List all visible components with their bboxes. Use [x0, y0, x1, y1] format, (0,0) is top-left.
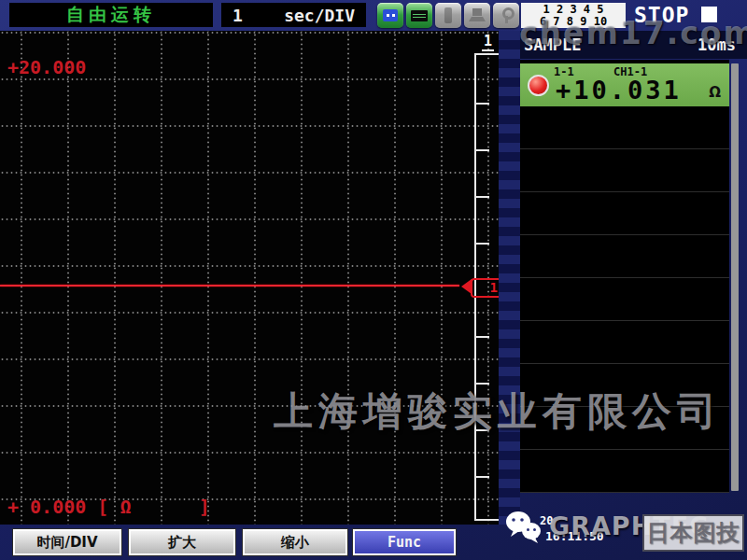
scale-tick [474, 336, 489, 338]
scale-bracket-top-cap [474, 53, 501, 55]
waveform-plot: +20.000 + 0.000 [ Ω ] 1 1 [0, 31, 499, 525]
status-time: 16:11:50 [545, 529, 604, 543]
channel-list: 1-1 CH1-1 +10.031 Ω [520, 60, 729, 493]
key-stem [505, 16, 508, 23]
channel-list-scrollbar[interactable] [731, 63, 739, 491]
channel-card-ch1-1[interactable]: 1-1 CH1-1 +10.031 Ω [520, 63, 729, 106]
usb-body [444, 7, 452, 23]
empty-channel-row [520, 106, 729, 149]
pc-screen [472, 8, 482, 16]
stop-square-icon [701, 7, 717, 22]
scale-group-number: 1 [482, 33, 494, 51]
empty-channel-row [520, 450, 729, 493]
sd-card-body [383, 9, 398, 21]
channel-number-indicator: 1 2 3 4 5 6 7 8 9 10 [521, 3, 626, 28]
key-ring [502, 7, 514, 20]
panel-divider-strip [499, 31, 520, 525]
scale-tick [474, 103, 489, 105]
scale-tick [474, 429, 489, 431]
channel-value: +10.031 [556, 76, 682, 105]
display-icon [406, 3, 432, 28]
func-button[interactable]: Func [353, 529, 456, 555]
ch1-trace-line [0, 285, 459, 287]
channel-unit: Ω [709, 84, 721, 101]
timebase-unit: sec/DIV [284, 6, 355, 25]
scale-tick [474, 243, 489, 245]
timebase-value: 1 [233, 6, 243, 25]
display-lines [413, 14, 426, 15]
sd-card-pins [387, 14, 389, 17]
wechat-icon [504, 509, 543, 546]
run-mode-label: 自由运转 [66, 3, 156, 27]
top-status-bar: 自由运转 1 sec/DIV [0, 0, 747, 33]
zoom-in-button[interactable]: 扩大 [129, 529, 235, 555]
usb-memory-icon [435, 3, 461, 28]
channel-list-wrap: 1-1 CH1-1 +10.031 Ω [520, 60, 747, 525]
empty-channel-row [520, 149, 729, 192]
empty-channel-row [520, 278, 729, 321]
sample-rate-row: SAMPLE 10ms [520, 31, 747, 59]
scale-tick [474, 383, 489, 385]
digital-readout-panel: SAMPLE 10ms 1-1 CH1-1 +10.031 Ω [520, 31, 747, 525]
datalogger-screen: 自由运转 1 sec/DIV [0, 0, 747, 560]
scale-tick [474, 149, 489, 151]
sample-label: SAMPLE [524, 35, 581, 54]
key-lock-icon [493, 3, 519, 28]
lower-scale-label: + 0.000 [ Ω ] [7, 496, 210, 518]
channel-led-icon [528, 75, 549, 96]
scale-tick [474, 196, 489, 198]
pc-link-icon [464, 3, 490, 28]
channel-numbers-row2: 6 7 8 9 10 [521, 16, 626, 28]
sd-card-icon [377, 3, 403, 28]
status-date: 20 [540, 514, 553, 527]
status-icon-strip [377, 3, 519, 28]
record-status-label: STOP [634, 3, 689, 27]
empty-channel-row [520, 235, 729, 278]
empty-channel-row [520, 407, 729, 450]
empty-channel-row [520, 321, 729, 364]
scale-tick [474, 476, 489, 478]
empty-channel-row [520, 192, 729, 235]
time-div-button[interactable]: 时间/DIV [13, 529, 121, 555]
trace-position-marker[interactable]: 1 [471, 278, 502, 298]
timebase-display: 1 sec/DIV [221, 3, 366, 27]
scale-bracket-bottom-cap [474, 519, 501, 521]
display-body [411, 10, 428, 21]
pc-base [469, 17, 486, 21]
run-mode-display: 自由运转 [9, 3, 213, 27]
empty-channel-row [520, 364, 729, 407]
softkey-toolbar: 时间/DIV 扩大 缩小 Func [0, 525, 747, 560]
zoom-out-button[interactable]: 缩小 [243, 529, 347, 555]
upper-scale-label: +20.000 [7, 56, 86, 78]
sample-value: 10ms [698, 35, 736, 54]
